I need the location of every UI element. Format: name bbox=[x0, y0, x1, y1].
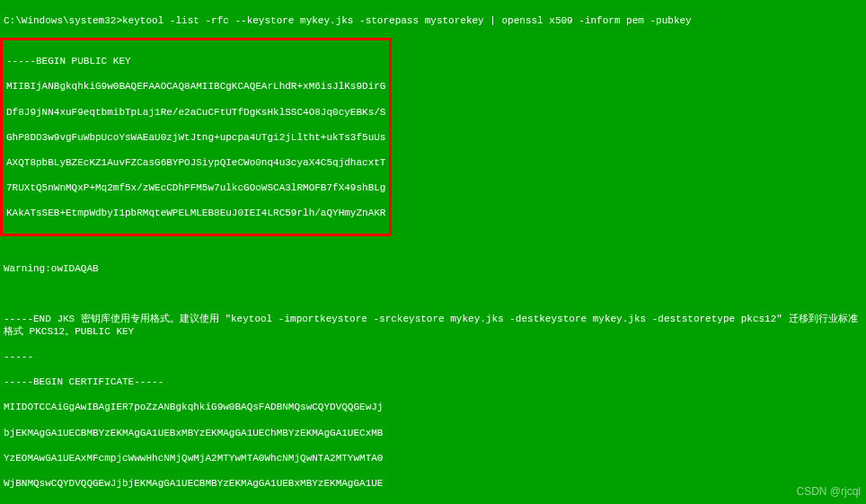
terminal-output: C:\Windows\system32>keytool -list -rfc -… bbox=[0, 0, 866, 504]
watermark: CSDN @rjcql bbox=[796, 485, 861, 499]
cert-line: YzEOMAwGA1UEAxMFcmpjcWwwHhcNMjQwMjA2MTYw… bbox=[4, 452, 862, 464]
pubkey-line: GhP8DD3w9vgFuWbpUcoYsWAEaU0zjWtJtng+upcp… bbox=[6, 131, 385, 144]
pubkey-line: Df8J9jNN4xuF9eqtbmibTpLaj1Re/e2aCuCFtUTf… bbox=[6, 106, 385, 119]
pubkey-line: AXQT8pbBLyBZEcKZ1AuvFZCasG6BYPOJSiypQIeC… bbox=[6, 156, 385, 169]
end-jks-line: -----END JKS 密钥库使用专用格式。建议使用 "keytool -im… bbox=[4, 313, 862, 338]
dashes-line: ----- bbox=[4, 350, 862, 363]
pubkey-line: MIIBIjANBgkqhkiG9w0BAQEFAAOCAQ8AMIIBCgKC… bbox=[6, 80, 385, 93]
pubkey-line: KAkATsSEB+EtmpWdbyI1pbRMqteWPELMLEB8EuJ0… bbox=[6, 207, 385, 219]
cert-line: MIIDOTCCAiGgAwIBAgIER7poZzANBgkqhkiG9w0B… bbox=[4, 401, 862, 413]
blank bbox=[4, 287, 862, 300]
begin-cert-line: -----BEGIN CERTIFICATE----- bbox=[4, 376, 862, 388]
pubkey-highlight-box: -----BEGIN PUBLIC KEY MIIBIjANBgkqhkiG9w… bbox=[0, 38, 392, 236]
blank bbox=[4, 236, 862, 249]
command-line: C:\Windows\system32>keytool -list -rfc -… bbox=[4, 14, 862, 27]
warning-line: Warning:owIDAQAB bbox=[4, 262, 862, 275]
cert-line: bjEKMAgGA1UECBMBYzEKMAgGA1UEBxMBYzEKMAgG… bbox=[4, 427, 862, 439]
cert-line: WjBNMQswCQYDVQQGEwJjbjEKMAgGA1UECBMBYzEK… bbox=[4, 477, 862, 490]
begin-pubkey-fragment: -----BEGIN PUBLIC KEY bbox=[6, 55, 385, 67]
pubkey-line: 7RUXtQ5nWnMQxP+Mq2mf5x/zWEcCDhPFM5w7ulkc… bbox=[6, 181, 385, 194]
